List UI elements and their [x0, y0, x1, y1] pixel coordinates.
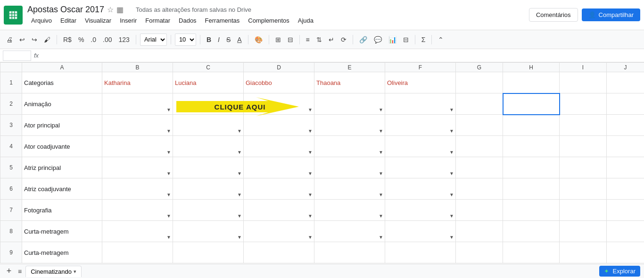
- align-btn[interactable]: ≡: [304, 34, 312, 45]
- dropdown-arrow-E8[interactable]: ▼: [379, 235, 383, 240]
- cell-G4[interactable]: [456, 136, 503, 157]
- folder-icon[interactable]: ▦: [116, 5, 124, 14]
- formula-input[interactable]: [41, 51, 641, 61]
- sheet-tab[interactable]: Cinematizando ▾: [25, 266, 82, 277]
- dropdown-arrow-B7[interactable]: ▼: [166, 213, 171, 219]
- col-header-E[interactable]: E: [314, 63, 385, 72]
- merge-btn[interactable]: ⊟: [285, 34, 296, 45]
- cell-F6[interactable]: ▼: [385, 178, 456, 200]
- cell-D1[interactable]: Giacobbo: [244, 72, 314, 93]
- cell-I8[interactable]: [560, 221, 607, 242]
- cell-G8[interactable]: [456, 221, 503, 242]
- star-icon[interactable]: ☆: [107, 5, 114, 14]
- cell-A1[interactable]: Categorias: [22, 72, 102, 93]
- strike-btn[interactable]: S: [224, 34, 233, 45]
- cell-J6[interactable]: [607, 178, 644, 200]
- cell-C7[interactable]: ▼: [173, 200, 244, 221]
- cell-E1[interactable]: Thaoana: [314, 72, 385, 93]
- cell-I1[interactable]: [560, 72, 607, 93]
- dropdown-arrow-B3[interactable]: ▼: [166, 128, 171, 134]
- cell-H4[interactable]: [503, 136, 560, 157]
- cell-H6[interactable]: [503, 178, 560, 200]
- wrap-btn[interactable]: ↵: [326, 34, 337, 45]
- dropdown-arrow-E6[interactable]: ▼: [379, 192, 383, 197]
- print-btn[interactable]: 🖨: [4, 34, 15, 45]
- cell-B8[interactable]: ▼: [102, 221, 173, 242]
- cell-B7[interactable]: ▼: [102, 200, 173, 221]
- cell-H7[interactable]: [503, 200, 560, 221]
- dropdown-arrow-D8[interactable]: ▼: [308, 235, 313, 240]
- cell-B2[interactable]: ▼: [102, 93, 173, 115]
- dropdown-arrow-E3[interactable]: ▼: [379, 128, 383, 134]
- cell-E2[interactable]: ▼: [314, 93, 385, 115]
- dropdown-arrow-D6[interactable]: ▼: [308, 192, 313, 197]
- dropdown-arrow-F2[interactable]: ▼: [449, 107, 454, 112]
- cell-A9[interactable]: Curta-metragem: [22, 242, 102, 263]
- cell-A3[interactable]: Ator principal: [22, 115, 102, 136]
- cell-E6[interactable]: ▼: [314, 178, 385, 200]
- col-header-A[interactable]: A: [22, 63, 102, 72]
- cell-E4[interactable]: ▼: [314, 136, 385, 157]
- col-header-J[interactable]: J: [607, 63, 644, 72]
- cell-D7[interactable]: ▼: [244, 200, 314, 221]
- cell-C9[interactable]: [173, 242, 244, 263]
- undo-btn[interactable]: ↩: [17, 34, 27, 45]
- dropdown-arrow-C8[interactable]: ▼: [237, 235, 242, 240]
- menu-formatar[interactable]: Formatar: [141, 16, 174, 25]
- dropdown-arrow-C4[interactable]: ▼: [237, 150, 242, 155]
- cell-C1[interactable]: Luciana: [173, 72, 244, 93]
- cell-J7[interactable]: [607, 200, 644, 221]
- dropdown-arrow-F5[interactable]: ▼: [449, 171, 454, 176]
- cell-E7[interactable]: ▼: [314, 200, 385, 221]
- cell-H2[interactable]: [503, 93, 560, 115]
- rotate-btn[interactable]: ⟳: [339, 34, 349, 45]
- cell-B4[interactable]: ▼: [102, 136, 173, 157]
- font-select[interactable]: Arial: [140, 34, 167, 46]
- cell-I9[interactable]: [560, 242, 607, 263]
- cell-B9[interactable]: [102, 242, 173, 263]
- cell-F1[interactable]: Oliveira: [385, 72, 456, 93]
- col-header-H[interactable]: H: [503, 63, 560, 72]
- cell-E5[interactable]: ▼: [314, 157, 385, 178]
- cell-C5[interactable]: ▼: [173, 157, 244, 178]
- add-sheet-button[interactable]: +: [4, 266, 14, 277]
- dropdown-arrow-C5[interactable]: ▼: [237, 171, 242, 176]
- dropdown-arrow-B5[interactable]: ▼: [166, 171, 171, 176]
- col-header-D[interactable]: D: [244, 63, 314, 72]
- menu-inserir[interactable]: Inserir: [116, 16, 140, 25]
- col-header-G[interactable]: G: [456, 63, 503, 72]
- cell-A5[interactable]: Atriz principal: [22, 157, 102, 178]
- cell-C6[interactable]: ▼: [173, 178, 244, 200]
- cell-A4[interactable]: Ator coadjuvante: [22, 136, 102, 157]
- cell-H9[interactable]: [503, 242, 560, 263]
- comment-btn[interactable]: 💬: [372, 34, 384, 45]
- cell-A6[interactable]: Atriz coadjuvante: [22, 178, 102, 200]
- link-btn[interactable]: 🔗: [357, 34, 370, 45]
- cell-E9[interactable]: [314, 242, 385, 263]
- comments-button[interactable]: Comentários: [529, 8, 578, 22]
- cell-C8[interactable]: ▼: [173, 221, 244, 242]
- dropdown-arrow-C6[interactable]: ▼: [237, 192, 242, 197]
- cell-A2[interactable]: Animação: [22, 93, 102, 115]
- cell-I5[interactable]: [560, 157, 607, 178]
- col-header-B[interactable]: B: [102, 63, 173, 72]
- borders-btn[interactable]: ⊞: [273, 34, 283, 45]
- dropdown-arrow-C3[interactable]: ▼: [237, 128, 242, 134]
- cell-D4[interactable]: ▼: [244, 136, 314, 157]
- dropdown-arrow-F4[interactable]: ▼: [449, 150, 454, 155]
- dropdown-arrow-B4[interactable]: ▼: [166, 150, 171, 155]
- col-header-F[interactable]: F: [385, 63, 456, 72]
- cell-H8[interactable]: [503, 221, 560, 242]
- dropdown-arrow-D7[interactable]: ▼: [308, 213, 313, 219]
- cell-I3[interactable]: [560, 115, 607, 136]
- chart-btn[interactable]: 📊: [386, 34, 399, 45]
- dropdown-arrow-E7[interactable]: ▼: [379, 213, 383, 219]
- collapse-btn[interactable]: ⌃: [436, 34, 446, 45]
- dropdown-arrow-D4[interactable]: ▼: [308, 150, 313, 155]
- doc-title[interactable]: Apostas Oscar 2017: [27, 5, 104, 15]
- cell-J4[interactable]: [607, 136, 644, 157]
- cell-B5[interactable]: ▼: [102, 157, 173, 178]
- cell-F4[interactable]: ▼: [385, 136, 456, 157]
- col-header-C[interactable]: C: [173, 63, 244, 72]
- cell-F5[interactable]: ▼: [385, 157, 456, 178]
